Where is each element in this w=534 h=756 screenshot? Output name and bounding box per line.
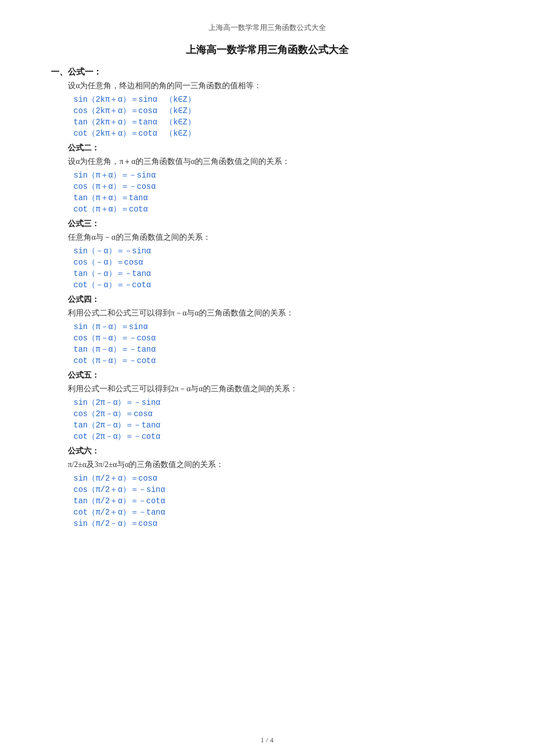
formula6-desc: π/2±α及3π/2±α与α的三角函数值之间的关系： xyxy=(34,460,500,470)
formula2-label-block: 公式二： xyxy=(34,143,500,153)
formula-line: cos（π/2＋α）＝－sinα xyxy=(68,485,500,495)
formula4-lines: sin（π－α）＝sinα cos（π－α）＝－cosα tan（π－α）＝－t… xyxy=(34,322,500,366)
formula-line: sin（－α）＝－sinα xyxy=(68,246,500,256)
formula-line: tan（2π－α）＝－tanα xyxy=(68,420,500,430)
formula3-lines: sin（－α）＝－sinα cos（－α）＝cosα tan（－α）＝－tanα… xyxy=(34,246,500,290)
formula-line: cot（π＋α）＝cotα xyxy=(68,204,500,214)
formula-line: sin（2π－α）＝－sinα xyxy=(68,398,500,408)
page-footer: 1 / 4 xyxy=(0,736,534,745)
formula-line: cos（π＋α）＝－cosα xyxy=(68,182,500,192)
formula2-lines: sin（π＋α）＝－sinα cos（π＋α）＝－cosα tan（π＋α）＝t… xyxy=(34,170,500,214)
formula3-desc: 任意角α与－α的三角函数值之间的关系： xyxy=(34,232,500,243)
formula-line: cot（2kπ＋α）＝cotα （k∈Z） xyxy=(68,128,500,139)
formula3-label-block: 公式三： xyxy=(34,219,500,229)
formula-line: cos（－α）＝cosα xyxy=(68,257,500,267)
formula-line: cos（2π－α）＝cosα xyxy=(68,409,500,419)
formula-line: cot（－α）＝－cotα xyxy=(68,280,500,290)
formula-line: sin（π/2＋α）＝cosα xyxy=(68,473,500,483)
formula4-desc: 利用公式二和公式三可以得到π－α与α的三角函数值之间的关系： xyxy=(34,308,500,318)
formula5-lines: sin（2π－α）＝－sinα cos（2π－α）＝cosα tan（2π－α）… xyxy=(34,398,500,442)
formula-line: cos（2kπ＋α）＝cosα （k∈Z） xyxy=(68,106,500,116)
formula-line: tan（π－α）＝－tanα xyxy=(68,344,500,355)
formula6-label-block: 公式六： xyxy=(34,446,500,456)
formula-line: sin（π－α）＝sinα xyxy=(68,322,500,332)
formula5-label-block: 公式五： xyxy=(34,370,500,381)
formula-line: sin（π＋α）＝－sinα xyxy=(68,170,500,180)
main-title: 上海高一数学常用三角函数公式大全 xyxy=(34,43,500,57)
formula4-label-block: 公式四： xyxy=(34,295,500,305)
formula2-desc: 设α为任意角，π＋α的三角函数值与α的三角函数值之间的关系： xyxy=(34,157,500,167)
formula6-lines: sin（π/2＋α）＝cosα cos（π/2＋α）＝－sinα tan（π/2… xyxy=(34,473,500,529)
page: 上海高一数学常用三角函数公式大全 上海高一数学常用三角函数公式大全 一、公式一：… xyxy=(0,0,534,756)
section1-heading: 一、公式一： xyxy=(34,67,500,77)
formula-line: cot（π－α）＝－cotα xyxy=(68,356,500,366)
formula-line: tan（2kπ＋α）＝tanα （k∈Z） xyxy=(68,117,500,127)
formula-line: sin（π/2－α）＝cosα xyxy=(68,519,500,529)
formula-line: tan（π/2＋α）＝－cotα xyxy=(68,496,500,506)
section1-desc: 设α为任意角，终边相同的角的同一三角函数的值相等： xyxy=(34,81,500,91)
formula-line: cot（2π－α）＝－cotα xyxy=(68,431,500,442)
formula1-lines: sin（2kπ＋α）＝sinα （k∈Z） cos（2kπ＋α）＝cosα （k… xyxy=(34,94,500,139)
formula-line: cot（π/2＋α）＝－tanα xyxy=(68,507,500,517)
formula-line: tan（π＋α）＝tanα xyxy=(68,193,500,203)
formula5-desc: 利用公式一和公式三可以得到2π－α与α的三角函数值之间的关系： xyxy=(34,384,500,394)
formula-line: sin（2kπ＋α）＝sinα （k∈Z） xyxy=(68,94,500,105)
formula-line: cos（π－α）＝－cosα xyxy=(68,333,500,343)
browser-title: 上海高一数学常用三角函数公式大全 xyxy=(34,23,500,33)
formula-line: tan（－α）＝－tanα xyxy=(68,269,500,279)
